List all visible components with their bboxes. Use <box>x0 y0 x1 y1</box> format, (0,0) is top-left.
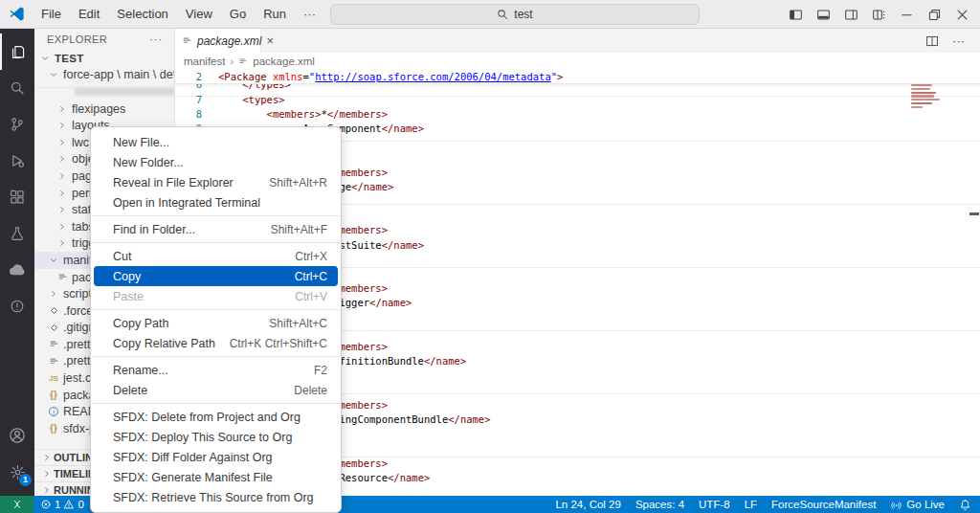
menu-item-label: Cut <box>113 250 295 263</box>
restore-icon[interactable] <box>921 0 948 29</box>
divider <box>34 87 174 88</box>
activity-bar-bottom: 1 <box>0 417 34 490</box>
status-bell[interactable] <box>959 499 971 511</box>
more-actions-icon[interactable]: ··· <box>149 33 174 45</box>
minimap-line <box>911 95 934 97</box>
menu-edit[interactable]: Edit <box>70 0 108 28</box>
menu-item-shortcut: Ctrl+C <box>295 270 327 283</box>
menu-item-new-folder[interactable]: New Folder... <box>94 152 338 172</box>
titlebar: FileEditSelectionViewGoRun··· ← → test <box>0 0 980 29</box>
menu-view[interactable]: View <box>177 0 221 28</box>
tree-item[interactable]: flexipages <box>34 100 175 118</box>
context-menu: New File...New Folder...Reveal in File E… <box>90 126 342 513</box>
menu-item-copy[interactable]: CopyCtrl+C <box>94 266 338 286</box>
split-editor-icon[interactable] <box>925 34 939 48</box>
file-lines-icon <box>182 35 192 46</box>
menu-item-sfdx-deploy-this-source-to-org[interactable]: SFDX: Deploy This Source to Org <box>94 427 338 447</box>
status-utf-8[interactable]: UTF-8 <box>699 499 730 510</box>
menu-item-shortcut: Ctrl+K Ctrl+Shift+C <box>230 337 327 350</box>
menu-item-new-file[interactable]: New File... <box>94 132 338 152</box>
activity-search-icon[interactable] <box>0 70 34 106</box>
info-icon: i <box>47 405 60 418</box>
tree-item-label: lwc <box>72 136 89 149</box>
menu-item-sfdx-diff-folder-against-org[interactable]: SFDX: Diff Folder Against Org <box>94 447 338 467</box>
status-go-live[interactable]: Go Live <box>890 499 945 511</box>
menu-item-rename[interactable]: Rename...F2 <box>94 360 338 380</box>
chevron-right-icon <box>47 287 60 301</box>
activity-source-control-icon[interactable] <box>0 106 34 143</box>
chevron-right-icon <box>56 102 69 116</box>
menu-item-sfdx-retrieve-this-source-from-org[interactable]: SFDX: Retrieve This Source from Org <box>94 487 338 507</box>
menu-item-reveal-in-file-explorer[interactable]: Reveal in File ExplorerShift+Alt+R <box>94 172 338 192</box>
toggle-primary-sidebar-icon[interactable] <box>782 0 810 29</box>
menu-item-label: Rename... <box>113 364 314 377</box>
code-line: 2<Package xmlns="http://soap.sforce.com/… <box>175 69 980 84</box>
tab-package-xml[interactable]: package.xml × <box>175 29 261 53</box>
toggle-panel-icon[interactable] <box>810 0 837 29</box>
menu-item-label: Find in Folder... <box>113 223 271 236</box>
line-number: 8 <box>175 108 202 120</box>
menu-item-shortcut: Shift+Alt+R <box>269 176 327 190</box>
more-actions-icon[interactable]: ··· <box>952 33 965 48</box>
menu-item-find-in-folder[interactable]: Find in Folder...Shift+Alt+F <box>94 219 338 239</box>
status-spaces-4[interactable]: Spaces: 4 <box>635 499 684 510</box>
menu-overflow-icon[interactable]: ··· <box>295 0 324 28</box>
chevron-down-icon <box>47 254 60 267</box>
menu-item-shortcut: Delete <box>294 384 327 397</box>
menu-item-copy-relative-path[interactable]: Copy Relative PathCtrl+K Ctrl+Shift+C <box>94 333 338 353</box>
command-center-search[interactable]: test <box>330 4 700 25</box>
customize-layout-icon[interactable] <box>865 0 893 29</box>
breadcrumb-file[interactable]: package.xml <box>253 56 315 67</box>
menu-item-sfdx-delete-from-project-and-org[interactable]: SFDX: Delete from Project and Org <box>94 407 338 427</box>
activity-settings-icon[interactable]: 1 <box>0 454 34 490</box>
close-icon[interactable]: × <box>266 34 274 47</box>
menu-item-copy-path[interactable]: Copy PathShift+Alt+C <box>94 313 338 333</box>
menu-item-shortcut: Ctrl+V <box>295 290 327 303</box>
tree-item-label: force-app \ main \ def... <box>63 68 175 81</box>
status-label: Ln 24, Col 29 <box>555 499 620 510</box>
menu-item-cut[interactable]: CutCtrl+X <box>94 246 338 266</box>
activity-testing-icon[interactable] <box>0 215 34 252</box>
chevron-down-icon <box>38 52 52 65</box>
lines-file-icon <box>47 354 60 368</box>
menu-run[interactable]: Run <box>255 0 295 28</box>
menu-item-label: SFDX: Generate Manifest File <box>113 471 327 484</box>
menu-item-label: Copy Relative Path <box>113 337 230 350</box>
activity-explorer-icon[interactable] <box>0 33 34 70</box>
menu-item-delete[interactable]: DeleteDelete <box>94 380 338 400</box>
tree-item[interactable]: force-app \ main \ def... <box>34 67 175 84</box>
problems-indicator[interactable]: 1 0 <box>33 499 84 510</box>
activity-run-and-debug-icon[interactable] <box>0 143 34 179</box>
status-label: LF <box>745 499 757 510</box>
menu-item-sfdx-generate-manifest-file[interactable]: SFDX: Generate Manifest File <box>94 467 338 487</box>
search-icon <box>497 9 508 20</box>
minimap-line <box>911 88 930 90</box>
braces-icon: {} <box>47 422 60 435</box>
status-ln-24-col-29[interactable]: Ln 24, Col 29 <box>555 499 620 510</box>
error-icon <box>40 499 52 510</box>
status-lf[interactable]: LF <box>745 499 757 510</box>
tree-item-label: TEST <box>55 53 84 64</box>
activity-accounts-icon[interactable] <box>0 417 34 454</box>
toggle-secondary-sidebar-icon[interactable] <box>837 0 865 29</box>
chevron-right-icon <box>40 483 54 496</box>
chevron-right-icon <box>40 451 54 464</box>
chevron-right-icon <box>56 220 69 234</box>
activity-extensions-icon[interactable] <box>0 179 34 215</box>
breadcrumb-folder[interactable]: manifest <box>184 56 225 67</box>
minimize-icon[interactable] <box>893 0 921 29</box>
menu-selection[interactable]: Selection <box>108 0 176 28</box>
tree-item[interactable]: TEST <box>34 50 175 67</box>
menu-go[interactable]: Go <box>221 0 255 28</box>
menu-item-paste: PasteCtrl+V <box>94 286 338 306</box>
menu-file[interactable]: File <box>33 0 70 28</box>
menu-item-open-in-integrated-terminal[interactable]: Open in Integrated Terminal <box>94 192 338 212</box>
remote-indicator[interactable] <box>0 496 33 513</box>
close-icon[interactable] <box>948 0 976 29</box>
activity-salesforce-cloud-icon[interactable] <box>0 252 34 288</box>
tree-item[interactable] <box>34 83 175 100</box>
activity-issue-reporter-icon[interactable] <box>0 288 34 324</box>
status-forcesourcemanifest[interactable]: ForceSourceManifest <box>771 499 876 510</box>
sticky-scroll: 2<Package xmlns="http://soap.sforce.com/… <box>175 69 980 84</box>
error-count: 1 <box>55 499 60 510</box>
